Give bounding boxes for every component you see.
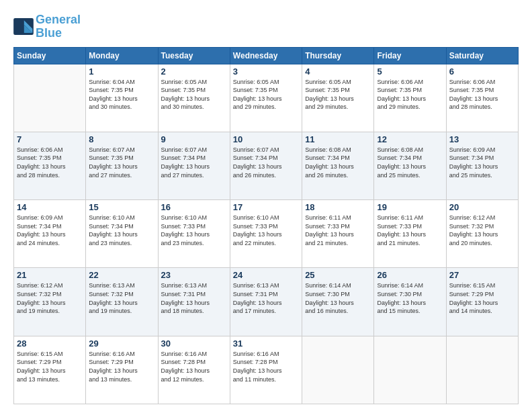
- weekday-header-wednesday: Wednesday: [230, 47, 302, 64]
- day-info: Sunrise: 6:04 AM Sunset: 7:35 PM Dayligh…: [89, 78, 154, 111]
- calendar-cell: 10Sunrise: 6:07 AM Sunset: 7:34 PM Dayli…: [230, 132, 302, 199]
- day-number: 7: [17, 134, 83, 144]
- header: General Blue: [13, 13, 519, 40]
- calendar-cell: 17Sunrise: 6:10 AM Sunset: 7:33 PM Dayli…: [230, 200, 302, 268]
- day-number: 28: [17, 338, 83, 349]
- day-number: 8: [89, 134, 154, 144]
- day-info: Sunrise: 6:14 AM Sunset: 7:30 PM Dayligh…: [377, 281, 443, 315]
- day-number: 26: [377, 270, 443, 280]
- day-number: 20: [449, 202, 515, 212]
- day-number: 3: [233, 66, 299, 77]
- day-number: 17: [233, 202, 299, 212]
- calendar-cell: 16Sunrise: 6:10 AM Sunset: 7:33 PM Dayli…: [158, 200, 230, 268]
- calendar-week-row: 21Sunrise: 6:12 AM Sunset: 7:32 PM Dayli…: [14, 268, 519, 336]
- calendar-cell: 3Sunrise: 6:05 AM Sunset: 7:35 PM Daylig…: [230, 64, 302, 132]
- logo: General Blue: [13, 13, 81, 40]
- calendar-week-row: 7Sunrise: 6:06 AM Sunset: 7:35 PM Daylig…: [14, 132, 519, 199]
- day-info: Sunrise: 6:12 AM Sunset: 7:32 PM Dayligh…: [449, 214, 515, 247]
- day-info: Sunrise: 6:15 AM Sunset: 7:29 PM Dayligh…: [17, 350, 83, 383]
- calendar-cell: 19Sunrise: 6:11 AM Sunset: 7:33 PM Dayli…: [374, 200, 446, 268]
- day-number: 31: [233, 338, 299, 349]
- day-number: 15: [89, 202, 154, 212]
- day-info: Sunrise: 6:14 AM Sunset: 7:30 PM Dayligh…: [305, 281, 371, 315]
- day-number: 27: [449, 270, 515, 280]
- day-number: 24: [233, 270, 299, 280]
- calendar-header-row: SundayMondayTuesdayWednesdayThursdayFrid…: [14, 47, 519, 64]
- day-number: 23: [161, 270, 227, 280]
- calendar-cell: 29Sunrise: 6:16 AM Sunset: 7:29 PM Dayli…: [86, 336, 158, 404]
- calendar-cell: 13Sunrise: 6:09 AM Sunset: 7:34 PM Dayli…: [446, 132, 518, 199]
- day-number: 10: [233, 134, 299, 144]
- calendar-cell: 26Sunrise: 6:14 AM Sunset: 7:30 PM Dayli…: [374, 268, 446, 336]
- weekday-header-saturday: Saturday: [446, 47, 518, 64]
- calendar-week-row: 1Sunrise: 6:04 AM Sunset: 7:35 PM Daylig…: [14, 64, 519, 132]
- day-number: 5: [377, 66, 443, 77]
- calendar-week-row: 28Sunrise: 6:15 AM Sunset: 7:29 PM Dayli…: [14, 336, 519, 404]
- day-number: 2: [161, 66, 227, 77]
- day-number: 18: [305, 202, 371, 212]
- day-info: Sunrise: 6:13 AM Sunset: 7:31 PM Dayligh…: [233, 281, 299, 315]
- calendar-cell: [446, 336, 518, 404]
- calendar-cell: 20Sunrise: 6:12 AM Sunset: 7:32 PM Dayli…: [446, 200, 518, 268]
- day-info: Sunrise: 6:13 AM Sunset: 7:32 PM Dayligh…: [89, 281, 154, 315]
- day-number: 25: [305, 270, 371, 280]
- day-info: Sunrise: 6:16 AM Sunset: 7:28 PM Dayligh…: [233, 350, 299, 383]
- day-number: 9: [161, 134, 227, 144]
- calendar-cell: 14Sunrise: 6:09 AM Sunset: 7:34 PM Dayli…: [14, 200, 86, 268]
- day-number: 22: [89, 270, 154, 280]
- day-number: 1: [89, 66, 154, 77]
- calendar-cell: 27Sunrise: 6:15 AM Sunset: 7:29 PM Dayli…: [446, 268, 518, 336]
- calendar-cell: 6Sunrise: 6:06 AM Sunset: 7:35 PM Daylig…: [446, 64, 518, 132]
- calendar-cell: 4Sunrise: 6:05 AM Sunset: 7:35 PM Daylig…: [302, 64, 374, 132]
- day-info: Sunrise: 6:06 AM Sunset: 7:35 PM Dayligh…: [449, 78, 515, 111]
- calendar-cell: 1Sunrise: 6:04 AM Sunset: 7:35 PM Daylig…: [86, 64, 158, 132]
- calendar-cell: 18Sunrise: 6:11 AM Sunset: 7:33 PM Dayli…: [302, 200, 374, 268]
- calendar-week-row: 14Sunrise: 6:09 AM Sunset: 7:34 PM Dayli…: [14, 200, 519, 268]
- day-number: 6: [449, 66, 515, 77]
- day-info: Sunrise: 6:08 AM Sunset: 7:34 PM Dayligh…: [305, 146, 371, 179]
- calendar-cell: 22Sunrise: 6:13 AM Sunset: 7:32 PM Dayli…: [86, 268, 158, 336]
- logo-icon: [13, 18, 34, 35]
- calendar-cell: 21Sunrise: 6:12 AM Sunset: 7:32 PM Dayli…: [14, 268, 86, 336]
- day-info: Sunrise: 6:13 AM Sunset: 7:31 PM Dayligh…: [161, 281, 227, 315]
- day-info: Sunrise: 6:07 AM Sunset: 7:34 PM Dayligh…: [233, 146, 299, 179]
- calendar-cell: 11Sunrise: 6:08 AM Sunset: 7:34 PM Dayli…: [302, 132, 374, 199]
- day-info: Sunrise: 6:11 AM Sunset: 7:33 PM Dayligh…: [377, 214, 443, 247]
- day-info: Sunrise: 6:12 AM Sunset: 7:32 PM Dayligh…: [17, 281, 83, 315]
- day-number: 30: [161, 338, 227, 349]
- calendar-cell: 15Sunrise: 6:10 AM Sunset: 7:34 PM Dayli…: [86, 200, 158, 268]
- day-number: 16: [161, 202, 227, 212]
- day-info: Sunrise: 6:06 AM Sunset: 7:35 PM Dayligh…: [17, 146, 83, 179]
- day-info: Sunrise: 6:05 AM Sunset: 7:35 PM Dayligh…: [305, 78, 371, 111]
- day-info: Sunrise: 6:07 AM Sunset: 7:34 PM Dayligh…: [161, 146, 227, 179]
- calendar-cell: 25Sunrise: 6:14 AM Sunset: 7:30 PM Dayli…: [302, 268, 374, 336]
- day-info: Sunrise: 6:08 AM Sunset: 7:34 PM Dayligh…: [377, 146, 443, 179]
- day-info: Sunrise: 6:05 AM Sunset: 7:35 PM Dayligh…: [233, 78, 299, 111]
- day-number: 14: [17, 202, 83, 212]
- calendar-cell: 31Sunrise: 6:16 AM Sunset: 7:28 PM Dayli…: [230, 336, 302, 404]
- day-number: 4: [305, 66, 371, 77]
- day-info: Sunrise: 6:10 AM Sunset: 7:33 PM Dayligh…: [161, 214, 227, 247]
- day-number: 11: [305, 134, 371, 144]
- day-info: Sunrise: 6:15 AM Sunset: 7:29 PM Dayligh…: [449, 281, 515, 315]
- day-number: 29: [89, 338, 154, 349]
- calendar-table: SundayMondayTuesdayWednesdayThursdayFrid…: [13, 47, 519, 404]
- calendar-cell: [14, 64, 86, 132]
- calendar-cell: 24Sunrise: 6:13 AM Sunset: 7:31 PM Dayli…: [230, 268, 302, 336]
- page: General Blue SundayMondayTuesdayWednesda…: [0, 0, 532, 411]
- calendar-cell: 2Sunrise: 6:05 AM Sunset: 7:35 PM Daylig…: [158, 64, 230, 132]
- calendar-cell: 9Sunrise: 6:07 AM Sunset: 7:34 PM Daylig…: [158, 132, 230, 199]
- weekday-header-friday: Friday: [374, 47, 446, 64]
- calendar-cell: 7Sunrise: 6:06 AM Sunset: 7:35 PM Daylig…: [14, 132, 86, 199]
- day-info: Sunrise: 6:16 AM Sunset: 7:29 PM Dayligh…: [89, 350, 154, 383]
- day-info: Sunrise: 6:11 AM Sunset: 7:33 PM Dayligh…: [305, 214, 371, 247]
- weekday-header-tuesday: Tuesday: [158, 47, 230, 64]
- day-info: Sunrise: 6:06 AM Sunset: 7:35 PM Dayligh…: [377, 78, 443, 111]
- day-info: Sunrise: 6:09 AM Sunset: 7:34 PM Dayligh…: [17, 214, 83, 247]
- weekday-header-monday: Monday: [86, 47, 158, 64]
- day-number: 13: [449, 134, 515, 144]
- calendar-cell: 12Sunrise: 6:08 AM Sunset: 7:34 PM Dayli…: [374, 132, 446, 199]
- day-info: Sunrise: 6:10 AM Sunset: 7:34 PM Dayligh…: [89, 214, 154, 247]
- calendar-cell: 8Sunrise: 6:07 AM Sunset: 7:35 PM Daylig…: [86, 132, 158, 199]
- calendar-cell: 28Sunrise: 6:15 AM Sunset: 7:29 PM Dayli…: [14, 336, 86, 404]
